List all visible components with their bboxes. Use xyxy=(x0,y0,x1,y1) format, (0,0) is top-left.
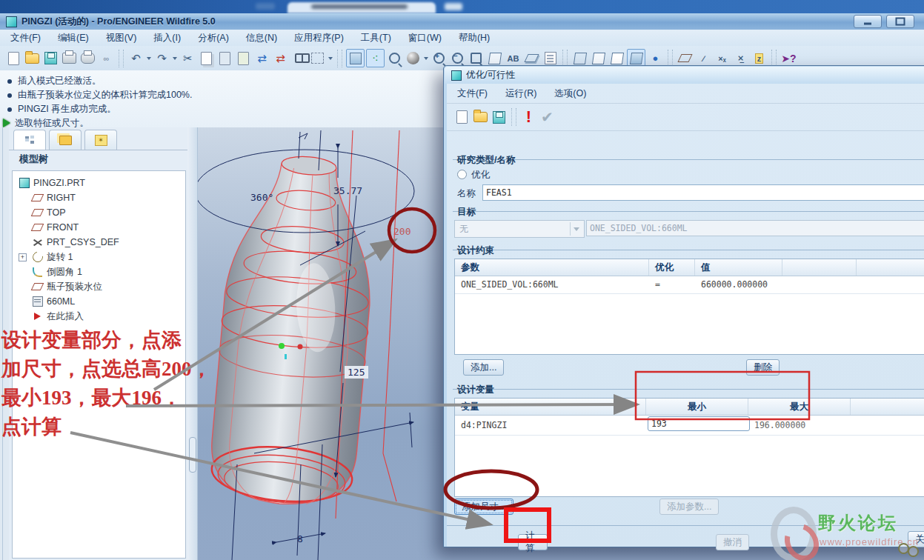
variable-row[interactable]: d4:PINGZI 196.000000 xyxy=(455,416,924,436)
tree-item-waterlevel[interactable]: 瓶子预装水位 xyxy=(32,279,102,294)
dialog-menu-file[interactable]: 文件(F) xyxy=(457,87,488,100)
tree-item-csys[interactable]: PRT_CSYS_DEF xyxy=(32,235,119,250)
menu-applications[interactable]: 应用程序(P) xyxy=(294,32,344,44)
wireframe-icon[interactable] xyxy=(571,50,588,67)
dialog-save-icon[interactable] xyxy=(491,109,508,126)
dim-neck-label[interactable]: 35.77 xyxy=(333,185,362,196)
dialog-new-icon[interactable] xyxy=(453,109,471,126)
datum-tag-toggle-icon[interactable]: z xyxy=(751,50,768,67)
zoom-out-icon[interactable]: − xyxy=(449,50,466,67)
goal-dropdown[interactable]: 无 xyxy=(454,220,585,238)
tree-item-660ml[interactable]: 660ML xyxy=(32,294,75,309)
tree-item-front[interactable]: FRONT xyxy=(32,220,79,235)
dim-base-label[interactable]: 8 xyxy=(297,533,303,544)
send-mail-icon[interactable] xyxy=(79,50,96,67)
tree-item-top[interactable]: TOP xyxy=(32,205,65,220)
dim-body-label[interactable]: 125 xyxy=(348,367,365,378)
dim-height-label[interactable]: 200 xyxy=(393,226,411,237)
study-name-input[interactable] xyxy=(482,184,924,201)
undo-icon[interactable]: ↶ xyxy=(127,50,144,67)
open-file-icon[interactable] xyxy=(24,50,41,67)
tab-folder-browser[interactable] xyxy=(49,130,82,150)
radio-icon[interactable] xyxy=(457,170,467,179)
undo-dropdown-icon[interactable] xyxy=(147,57,151,60)
annotations-icon[interactable]: AB xyxy=(505,50,522,67)
new-file-icon[interactable] xyxy=(5,50,22,67)
menu-file[interactable]: 文件(F) xyxy=(10,32,41,44)
confirm-icon[interactable]: ✔ xyxy=(539,109,556,126)
tab-model-tree[interactable] xyxy=(13,130,46,150)
variable-min-input[interactable] xyxy=(648,416,750,431)
menu-edit[interactable]: 编辑(E) xyxy=(58,32,89,44)
sash-handle[interactable] xyxy=(189,437,196,473)
view-manager-icon[interactable] xyxy=(542,50,559,67)
tree-item-right[interactable]: RIGHT xyxy=(32,190,76,205)
context-help-icon[interactable]: ➤? xyxy=(780,50,797,67)
menu-analysis[interactable]: 分析(A) xyxy=(198,32,229,44)
add-constraint-button[interactable]: 添加... xyxy=(463,359,504,376)
menu-window[interactable]: 窗口(W) xyxy=(408,32,442,44)
cut-icon[interactable]: ✂ xyxy=(179,50,196,67)
no-hidden-icon[interactable] xyxy=(608,50,625,67)
shaded-mode-icon[interactable] xyxy=(405,50,422,67)
constraint-row[interactable]: ONE_SIDED_VOL:660ML = 660000.000000 xyxy=(455,276,924,294)
tree-item-insert-here[interactable]: 在此插入 xyxy=(32,309,84,324)
reorient-icon[interactable] xyxy=(486,50,503,67)
menu-insert[interactable]: 插入(I) xyxy=(153,32,181,44)
prompt-arrow-icon xyxy=(3,119,10,127)
tab-favorites[interactable]: ✶ xyxy=(84,130,117,150)
copy-icon[interactable] xyxy=(198,50,215,67)
refit-icon[interactable] xyxy=(468,50,485,67)
annotation-line: 点计算 xyxy=(1,413,224,441)
select-dropdown-icon[interactable] xyxy=(328,57,333,60)
datum-axis-toggle-icon[interactable]: ∕ xyxy=(695,50,712,67)
datum-point-toggle-icon[interactable]: ×ₓ xyxy=(714,50,731,67)
dropdown-arrow-icon[interactable] xyxy=(570,222,582,236)
maximize-button[interactable] xyxy=(886,15,914,28)
tree-item-revolve[interactable]: +旋转 1 xyxy=(19,250,73,264)
redo-dropdown-icon[interactable] xyxy=(173,57,177,60)
zoom-in-icon[interactable]: + xyxy=(431,50,448,67)
shade-dropdown-icon[interactable] xyxy=(424,57,428,60)
expand-icon[interactable]: + xyxy=(19,253,27,261)
select-box-icon[interactable] xyxy=(309,50,326,67)
hidden-line-icon[interactable] xyxy=(590,50,607,67)
paste-icon[interactable] xyxy=(216,50,233,67)
redo-icon[interactable]: ↷ xyxy=(153,50,170,67)
link-icon[interactable]: ∞ xyxy=(98,50,115,67)
optimization-radio[interactable]: 优化 xyxy=(457,169,490,181)
run-study-icon[interactable]: ! xyxy=(520,109,537,126)
menu-info[interactable]: 信息(N) xyxy=(246,32,277,44)
tree-item-part[interactable]: PINGZI.PRT xyxy=(19,176,85,190)
message-line: 由瓶子预装水位定义的体积计算完成100%. xyxy=(18,89,192,101)
dialog-open-icon[interactable] xyxy=(472,109,489,126)
dialog-menu-options[interactable]: 选项(O) xyxy=(554,87,586,100)
regenerate-custom-icon[interactable]: ⇄ xyxy=(272,50,289,67)
delete-constraint-button[interactable]: 删除 xyxy=(746,359,780,376)
find-icon[interactable] xyxy=(290,50,308,67)
tree-item-round[interactable]: 倒圆角 1 xyxy=(32,264,82,279)
dialog-titlebar[interactable]: 优化/可行性 xyxy=(445,67,924,84)
save-icon[interactable] xyxy=(42,50,59,67)
dim-angle-label[interactable]: 360° xyxy=(250,192,273,203)
layers-icon[interactable] xyxy=(523,50,540,67)
print-icon[interactable] xyxy=(61,50,78,67)
regenerate-icon[interactable]: ⇄ xyxy=(253,50,270,67)
constraints-table[interactable]: 参数 优化 值 ONE_SIDED_VOL:660ML = 660000.000… xyxy=(454,259,924,355)
dialog-menu-run[interactable]: 运行(R) xyxy=(505,87,536,100)
selection-filter-icon[interactable]: ⁖ xyxy=(366,49,385,67)
add-dimension-button[interactable]: 添加尺寸... xyxy=(454,499,513,515)
compute-button[interactable]: 计算 xyxy=(518,534,548,550)
window-titlebar[interactable]: PINGZI (活动的) - Pro/ENGINEER Wildfire 5.0 xyxy=(0,13,924,30)
search-tool-icon[interactable] xyxy=(386,50,403,67)
menu-tools[interactable]: 工具(T) xyxy=(361,32,391,44)
paste-special-icon[interactable] xyxy=(235,50,252,67)
menu-view[interactable]: 视图(V) xyxy=(106,32,137,44)
variables-table[interactable]: 变量 最小 最大 d4:PINGZI 196.000000 xyxy=(454,398,924,497)
saved-views-icon[interactable]: ● xyxy=(647,50,664,67)
datum-csys-toggle-icon[interactable]: ⨯̲ xyxy=(732,50,749,67)
minimize-button[interactable] xyxy=(854,15,882,28)
datum-plane-toggle-icon[interactable] xyxy=(677,50,694,67)
sketcher-display-icon[interactable] xyxy=(346,49,365,67)
menu-help[interactable]: 帮助(H) xyxy=(459,32,490,44)
